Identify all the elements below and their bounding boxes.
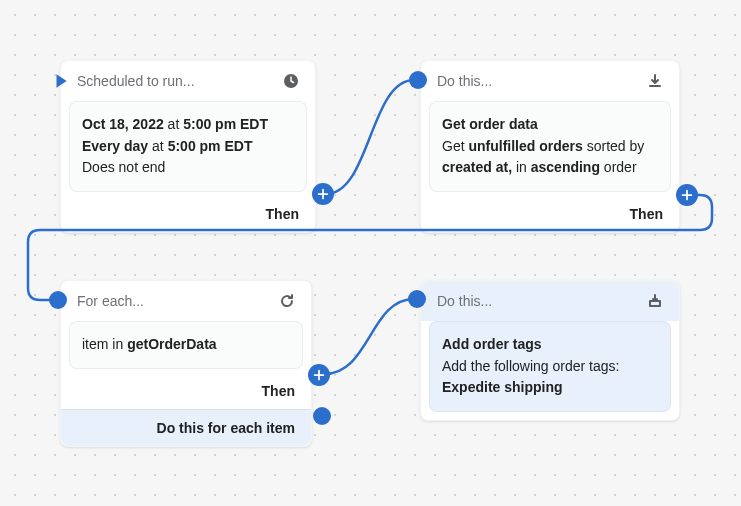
add-step-button[interactable] <box>312 183 334 205</box>
clock-icon <box>283 73 299 89</box>
trigger-label: Scheduled to run... <box>77 73 195 89</box>
play-icon <box>52 72 70 94</box>
foreach-label: For each... <box>77 293 144 309</box>
action-header: Do this... <box>421 61 679 101</box>
trigger-header: Scheduled to run... <box>61 61 315 101</box>
foreach-header: For each... <box>61 281 311 321</box>
then-label: Then <box>61 200 315 232</box>
then-label: Then <box>421 200 679 232</box>
node-dot <box>408 290 426 308</box>
action-card-get-order-data[interactable]: Do this... Get order data Get unfulfille… <box>420 60 680 233</box>
add-step-button[interactable] <box>308 364 330 386</box>
action-title: Add order tags <box>442 334 658 356</box>
action-title: Get order data <box>442 114 658 136</box>
trigger-card[interactable]: Scheduled to run... Oct 18, 2022 at 5:00… <box>60 60 316 233</box>
foreach-footer: Do this for each item <box>61 409 311 446</box>
action-card-add-order-tags[interactable]: Do this... Add order tags Add the follow… <box>420 280 680 421</box>
download-icon <box>647 73 663 89</box>
then-label: Then <box>61 377 311 409</box>
add-step-button[interactable] <box>676 184 698 206</box>
action-label: Do this... <box>437 73 492 89</box>
action-body: Add order tags Add the following order t… <box>429 321 671 412</box>
refresh-icon <box>279 293 295 309</box>
node-dot <box>409 71 427 89</box>
import-icon <box>647 293 663 309</box>
foreach-body: item in getOrderData <box>69 321 303 369</box>
action-body: Get order data Get unfulfilled orders so… <box>429 101 671 192</box>
trigger-body: Oct 18, 2022 at 5:00 pm EDT Every day at… <box>69 101 307 192</box>
action-header: Do this... <box>421 281 679 321</box>
foreach-card[interactable]: For each... item in getOrderData Then Do… <box>60 280 312 447</box>
node-dot <box>49 291 67 309</box>
node-dot <box>313 407 331 425</box>
action-label: Do this... <box>437 293 492 309</box>
